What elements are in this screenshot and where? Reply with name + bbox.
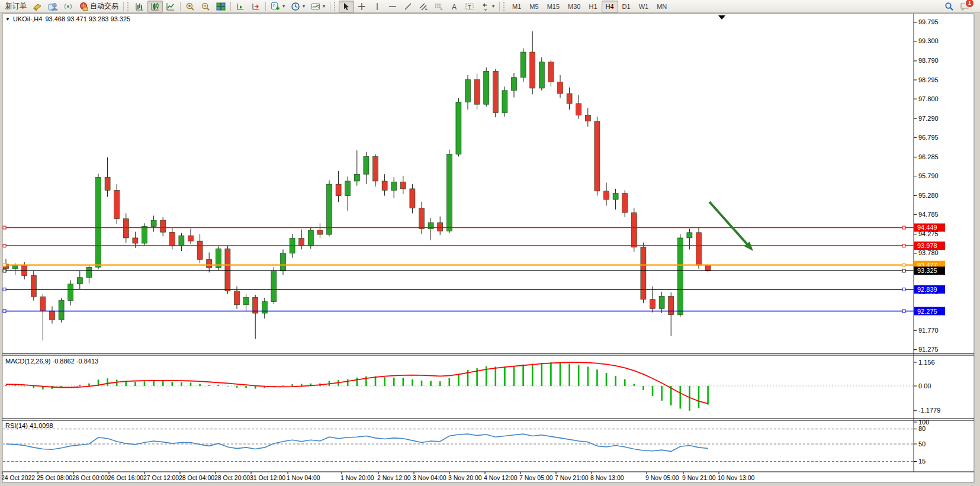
svg-text:91.275: 91.275 [918, 346, 939, 353]
timeframe-m5[interactable]: M5 [525, 1, 542, 12]
date-label: 28 Oct 04:00 [179, 474, 214, 481]
chart-shift-icon [251, 2, 261, 11]
date-label: 3 Nov 04:00 [413, 474, 446, 481]
text-label-button[interactable]: T [462, 1, 477, 12]
svg-text:95.280: 95.280 [918, 192, 939, 199]
candle [336, 184, 341, 195]
zoom-out-button[interactable] [198, 1, 213, 12]
timeframe-h4[interactable]: H4 [602, 1, 618, 12]
horizontal-line-icon [388, 2, 397, 11]
candle [659, 297, 664, 309]
timeframe-m15[interactable]: M15 [543, 1, 564, 12]
periods-button[interactable]: ▾ [288, 1, 308, 12]
chart-canvas[interactable]: 99.79599.30098.79098.29597.80097.29096.7… [0, 0, 980, 486]
chevron-down-icon: ▾ [492, 4, 494, 9]
timeframe-d1[interactable]: D1 [618, 1, 635, 12]
candle [474, 80, 480, 105]
date-label: 2 Nov 12:00 [377, 474, 411, 481]
svg-text:80: 80 [918, 425, 926, 432]
trendline-button[interactable] [400, 1, 416, 12]
svg-text:T: T [468, 4, 471, 9]
group-handle [334, 2, 337, 11]
separator [180, 2, 181, 11]
line-chart-button[interactable] [163, 1, 178, 12]
candle [281, 253, 286, 271]
candle [373, 156, 378, 181]
svg-text:A: A [452, 2, 457, 11]
zoom-in-button[interactable] [182, 1, 198, 12]
date-label: 8 Nov 13:00 [590, 474, 624, 481]
candle [317, 230, 323, 234]
search-icon[interactable] [944, 2, 954, 11]
candle [243, 297, 249, 304]
tile-windows-button[interactable] [213, 1, 229, 12]
candle [677, 238, 683, 315]
bar-chart-button[interactable] [132, 1, 147, 12]
timeframe-h1[interactable]: H1 [584, 1, 601, 12]
arrows-icon [480, 2, 490, 11]
candle [59, 301, 64, 320]
bar-chart-icon [135, 2, 144, 11]
text-button[interactable]: A [446, 1, 462, 12]
candle [327, 184, 332, 234]
fibonacci-button[interactable]: F [431, 1, 446, 12]
chevron-down-icon[interactable]: ▼ [5, 17, 10, 22]
horizontal-line-button[interactable] [385, 1, 400, 12]
journal-button[interactable] [30, 1, 45, 12]
chart-window[interactable]: 99.79599.30098.79098.29597.80097.29096.7… [0, 13, 980, 486]
candle [558, 82, 563, 94]
svg-text:15: 15 [918, 458, 926, 465]
chart-title: ▼ UKOil·,H4 93.468 93.471 93.283 93.325 [5, 15, 130, 22]
timeframe-m30[interactable]: M30 [564, 1, 584, 12]
svg-text:50: 50 [918, 440, 926, 448]
candle [696, 233, 702, 265]
candle [687, 233, 692, 238]
toolbar: 新订单 自动交易 [0, 0, 980, 13]
candle [31, 276, 36, 297]
crosshair-button[interactable] [354, 1, 369, 12]
candle [604, 191, 609, 199]
separator [265, 2, 266, 11]
svg-text:96.285: 96.285 [918, 153, 939, 160]
timeframe-m1[interactable]: M1 [508, 1, 525, 12]
svg-text:E: E [425, 7, 428, 11]
template-button[interactable]: ▾ [308, 1, 328, 12]
new-order-button[interactable]: 新订单 [2, 1, 30, 12]
auto-trading-button[interactable]: 自动交易 [76, 1, 121, 12]
candle [86, 267, 92, 278]
cursor-button[interactable] [339, 1, 354, 12]
separator [499, 2, 500, 11]
candle [400, 182, 406, 189]
equidistant-channel-icon: E [419, 2, 428, 11]
profile-icon [48, 2, 57, 11]
equidistant-channel-button[interactable]: E [416, 1, 431, 12]
candle [613, 194, 618, 199]
autotrade-icon [79, 2, 88, 11]
candle [446, 155, 452, 231]
candle [133, 238, 138, 243]
zoom-out-icon [201, 2, 210, 11]
periods-clock-icon [291, 2, 300, 11]
bottom-edge [0, 483, 980, 486]
toolbar-right: 1 [944, 2, 978, 11]
line-chart-icon [166, 2, 175, 11]
chart-shift-button[interactable] [248, 1, 264, 12]
timeframe-w1[interactable]: W1 [635, 1, 653, 12]
auto-scroll-icon [236, 2, 245, 11]
timeframe-mn[interactable]: MN [653, 1, 671, 12]
auto-scroll-button[interactable] [233, 1, 248, 12]
signal-icon [63, 2, 73, 11]
candlestick-chart-button[interactable] [147, 1, 163, 12]
add-indicator-button[interactable]: f ▾ [268, 1, 288, 12]
chat-button[interactable]: 1 [960, 2, 969, 11]
zoom-in-icon [185, 2, 195, 11]
arrows-button[interactable]: ▾ [477, 1, 497, 12]
svg-text:95.790: 95.790 [918, 172, 939, 179]
vertical-line-button[interactable] [369, 1, 385, 12]
profile-button[interactable] [45, 1, 60, 12]
signal-button[interactable] [60, 1, 76, 12]
separator [230, 2, 231, 11]
mt4-window: 新订单 自动交易 [0, 0, 980, 486]
trendline-icon [403, 2, 413, 11]
date-label: 4 Nov 12:00 [484, 474, 518, 481]
